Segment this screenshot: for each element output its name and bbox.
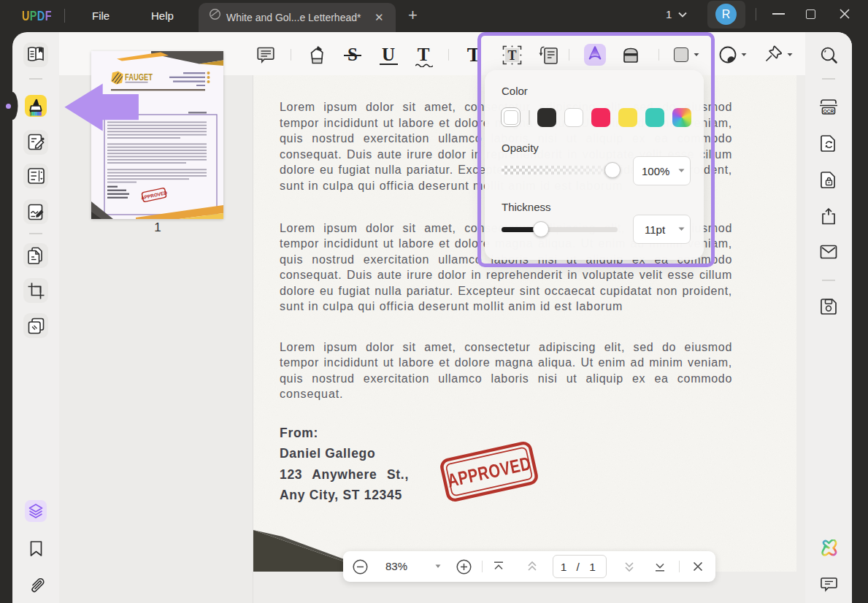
svg-text:OCR: OCR — [823, 109, 834, 114]
svg-text:FAUGET: FAUGET — [125, 72, 153, 82]
svg-text:APPROVED: APPROVED — [140, 190, 167, 200]
